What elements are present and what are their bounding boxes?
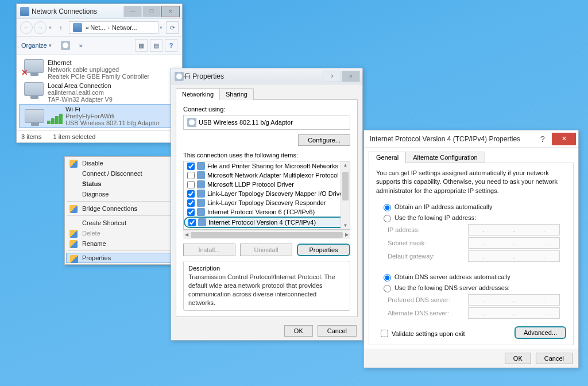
protocol-checkbox[interactable] bbox=[187, 181, 195, 188]
tabs: General Alternate Configuration bbox=[364, 148, 578, 163]
shield-icon bbox=[70, 255, 78, 263]
label-default-gateway: Default gateway: bbox=[388, 253, 468, 260]
breadcrumb[interactable]: « Net... › Networ... bbox=[69, 21, 158, 34]
configure-button[interactable]: Configure... bbox=[298, 134, 350, 146]
protocol-checkbox[interactable] bbox=[187, 190, 195, 198]
overflow-icon[interactable]: » bbox=[79, 42, 83, 49]
item-name: Wi-Fi bbox=[65, 106, 160, 113]
protocol-item[interactable]: Link-Layer Topology Discovery Mapper I/O… bbox=[184, 189, 350, 198]
menu-properties[interactable]: Properties bbox=[66, 253, 175, 263]
protocol-checkbox[interactable] bbox=[187, 172, 195, 179]
menu-diagnose[interactable]: Diagnose bbox=[66, 189, 175, 199]
list-item-ethernet[interactable]: Ethernet Network cable unplugged Realtek… bbox=[19, 58, 180, 81]
vertical-scrollbar[interactable] bbox=[341, 161, 350, 229]
connections-list: Ethernet Network cable unplugged Realtek… bbox=[17, 55, 182, 130]
install-button[interactable]: Install... bbox=[183, 244, 235, 256]
close-button[interactable]: ✕ bbox=[342, 71, 360, 82]
adapter-icon bbox=[187, 118, 196, 127]
preferred-dns-field[interactable]: ... bbox=[468, 294, 560, 306]
forward-button[interactable]: → bbox=[34, 21, 47, 34]
label-alternate-dns: Alternate DNS server: bbox=[388, 310, 468, 316]
protocol-item[interactable]: Internet Protocol Version 4 (TCP/IPv4) bbox=[184, 217, 350, 228]
menu-bridge[interactable]: Bridge Connections bbox=[66, 203, 175, 214]
help-button[interactable]: ? bbox=[323, 71, 341, 82]
protocol-item[interactable]: Microsoft Network Adapter Multiplexor Pr… bbox=[184, 171, 350, 180]
radio-dns-manual[interactable]: Use the following DNS server addresses: bbox=[381, 283, 566, 292]
path-icon bbox=[73, 23, 82, 32]
minimize-button[interactable] bbox=[123, 6, 142, 17]
menu-shortcut[interactable]: Create Shortcut bbox=[66, 218, 175, 228]
tab-alternate[interactable]: Alternate Configuration bbox=[405, 152, 485, 163]
protocol-item[interactable]: File and Printer Sharing for Microsoft N… bbox=[184, 161, 350, 171]
scrollbar-thumb[interactable] bbox=[342, 172, 349, 200]
menu-separator bbox=[67, 201, 173, 202]
description-box: Description Transmission Control Protoco… bbox=[183, 261, 350, 311]
ip-address-field[interactable]: ... bbox=[468, 224, 560, 236]
help-icon[interactable]: ? bbox=[165, 39, 177, 52]
radio-ip-manual[interactable]: Use the following IP address: bbox=[381, 213, 566, 222]
menu-disable[interactable]: Disable bbox=[66, 158, 175, 168]
view-small-icon[interactable]: ▦ bbox=[135, 39, 148, 52]
dialog-title: Internet Protocol Version 4 (TCP/IPv4) P… bbox=[368, 135, 535, 143]
organize-menu[interactable]: Organize bbox=[21, 42, 52, 49]
protocol-checkbox[interactable] bbox=[187, 163, 195, 170]
radio-input[interactable] bbox=[384, 274, 391, 281]
menu-status[interactable]: Status bbox=[66, 179, 175, 189]
tab-sharing[interactable]: Sharing bbox=[219, 88, 254, 100]
up-button[interactable]: ↑ bbox=[55, 21, 67, 34]
menu-connect[interactable]: Connect / Disconnect bbox=[66, 168, 175, 179]
horizontal-scrollbar[interactable]: ◀▶ bbox=[183, 230, 350, 239]
protocol-icon bbox=[197, 208, 205, 216]
protocol-checkbox[interactable] bbox=[188, 219, 196, 226]
protocol-checkbox[interactable] bbox=[187, 209, 195, 216]
close-button[interactable]: ✕ bbox=[552, 133, 576, 145]
help-button[interactable]: ? bbox=[535, 134, 551, 144]
view-details-icon[interactable]: ▤ bbox=[150, 39, 163, 52]
alternate-dns-field[interactable]: ... bbox=[468, 307, 560, 319]
breadcrumb-seg[interactable]: Net... bbox=[90, 24, 105, 31]
refresh-button[interactable]: ⟳ bbox=[166, 21, 179, 34]
ok-button[interactable]: OK bbox=[284, 325, 313, 337]
radio-input[interactable] bbox=[384, 285, 391, 292]
menu-rename[interactable]: Rename bbox=[66, 238, 175, 249]
protocol-label: Internet Protocol Version 4 (TCP/IPv4) bbox=[208, 219, 316, 226]
list-item-lan[interactable]: Local Area Connection eaiinternal.eaiti.… bbox=[19, 81, 180, 104]
uninstall-button[interactable]: Uninstall bbox=[240, 244, 292, 256]
path-dropdown-icon[interactable]: ▾ bbox=[160, 25, 163, 30]
scrollbar-thumb[interactable] bbox=[191, 232, 343, 238]
status-count: 3 items bbox=[21, 133, 41, 140]
breadcrumb-seg[interactable]: Networ... bbox=[112, 24, 137, 31]
validate-checkbox[interactable] bbox=[381, 330, 388, 337]
radio-dns-auto[interactable]: Obtain DNS server address automatically bbox=[381, 272, 566, 281]
description-text: You can get IP settings assigned automat… bbox=[376, 169, 566, 195]
protocol-item[interactable]: Microsoft LLDP Protocol Driver bbox=[184, 180, 350, 189]
connect-to-button[interactable] bbox=[61, 41, 72, 50]
titlebar[interactable]: Wi-Fi Properties ? ✕ bbox=[171, 68, 362, 84]
maximize-button[interactable] bbox=[142, 6, 161, 17]
menu-delete: Delete bbox=[66, 228, 175, 238]
back-button[interactable]: ← bbox=[20, 21, 33, 34]
window-title: Network Connections bbox=[32, 7, 123, 16]
titlebar[interactable]: Network Connections bbox=[17, 4, 182, 19]
ok-button[interactable]: OK bbox=[505, 353, 531, 364]
history-dropdown-icon[interactable]: ▾ bbox=[49, 25, 52, 30]
list-item-wifi[interactable]: Wi-Fi PrettyFlyForAWifi USB Wireless 802… bbox=[19, 104, 180, 128]
close-button[interactable] bbox=[161, 6, 180, 17]
radio-input[interactable] bbox=[384, 204, 391, 211]
radio-ip-auto[interactable]: Obtain an IP address automatically bbox=[381, 202, 566, 211]
radio-input[interactable] bbox=[384, 215, 391, 222]
protocol-list[interactable]: File and Printer Sharing for Microsoft N… bbox=[183, 161, 350, 230]
context-menu: Disable Connect / Disconnect Status Diag… bbox=[64, 156, 176, 265]
protocol-checkbox[interactable] bbox=[187, 199, 195, 207]
cancel-button[interactable]: Cancel bbox=[536, 353, 572, 364]
protocol-item[interactable]: Internet Protocol Version 6 (TCP/IPv6) bbox=[184, 207, 350, 217]
tab-networking[interactable]: Networking bbox=[176, 88, 220, 100]
subnet-mask-field[interactable]: ... bbox=[468, 237, 560, 249]
advanced-button[interactable]: Advanced... bbox=[514, 326, 566, 339]
cancel-button[interactable]: Cancel bbox=[318, 325, 357, 337]
protocol-item[interactable]: Link-Layer Topology Discovery Responder bbox=[184, 198, 350, 207]
properties-button[interactable]: Properties bbox=[297, 244, 350, 256]
default-gateway-field[interactable]: ... bbox=[468, 250, 560, 262]
tab-general[interactable]: General bbox=[369, 152, 406, 163]
titlebar[interactable]: Internet Protocol Version 4 (TCP/IPv4) P… bbox=[364, 130, 578, 148]
